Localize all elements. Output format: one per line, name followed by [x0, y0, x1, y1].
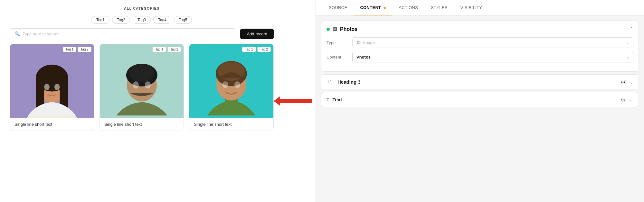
content-value: Photos — [356, 55, 371, 60]
card-1-tag1[interactable]: Tag 1 — [63, 47, 76, 52]
search-icon: 🔍 — [14, 31, 20, 36]
tabs-bar: SOURCE CONTENT ACTIONS STYLES VISIBILITY — [316, 0, 644, 15]
cards-grid: Tag 1 Tag 2 — [10, 44, 274, 131]
tag-tag2[interactable]: Tag2 — [112, 16, 130, 24]
image-icon-small: 🖼 — [356, 40, 361, 45]
photos-block: 🖼 Photos ⌃ Type 🖼 Image ⌄ Content — [321, 21, 639, 72]
text-expand-icon[interactable]: ⌄ — [630, 97, 633, 102]
panel-content: 🖼 Photos ⌃ Type 🖼 Image ⌄ Content — [316, 15, 644, 202]
heading-block-title: Heading 3 — [337, 79, 361, 85]
tab-actions[interactable]: ACTIONS — [392, 0, 424, 15]
svg-point-11 — [129, 64, 154, 82]
tag-tag5[interactable]: Tag5 — [174, 16, 192, 24]
text-block-title: Text — [333, 97, 342, 102]
search-placeholder: Type here to search — [23, 32, 60, 36]
type-select-chevron: ⌄ — [626, 41, 629, 45]
type-select[interactable]: 🖼 Image ⌄ — [352, 37, 633, 48]
tag-tag4[interactable]: Tag4 — [153, 16, 171, 24]
card-3-tag2[interactable]: Tag 2 — [257, 47, 271, 52]
right-panel: SOURCE CONTENT ACTIONS STYLES VISIBILITY… — [316, 0, 644, 202]
heading-block: H3 Heading 3 👀 ⌄ — [321, 74, 639, 89]
card-2: Tag 1 Tag 2 — [99, 44, 184, 131]
card-2-text: Single line short text — [100, 118, 184, 131]
content-label: Content — [327, 55, 352, 60]
svg-point-19 — [223, 81, 229, 88]
card-1-text: Single line short text — [10, 118, 94, 131]
tab-source[interactable]: SOURCE — [322, 0, 354, 15]
arrow-area — [283, 0, 316, 202]
tab-styles[interactable]: STYLES — [424, 0, 454, 15]
content-select[interactable]: Photos ⌄ — [352, 52, 633, 62]
photos-active-indicator — [327, 28, 330, 31]
red-arrow — [274, 90, 312, 112]
content-field-row: Content Photos ⌄ — [327, 52, 633, 62]
tag-tag1[interactable]: Tag1 — [91, 16, 109, 24]
left-panel: ALL CATEGORIES Tag1 Tag2 Tag3 Tag4 Tag5 … — [0, 0, 283, 202]
tab-visibility[interactable]: VISIBILITY — [454, 0, 488, 15]
photos-block-header: 🖼 Photos ⌃ — [327, 26, 633, 32]
svg-marker-23 — [274, 96, 280, 106]
image-icon: 🖼 — [332, 26, 337, 32]
card-1-tags: Tag 1 Tag 2 — [63, 47, 91, 52]
photos-block-title-row: 🖼 Photos — [327, 26, 357, 32]
tag-tag3[interactable]: Tag3 — [133, 16, 151, 24]
type-field-row: Type 🖼 Image ⌄ — [327, 37, 633, 48]
heading-visibility-icon[interactable]: 👀 — [621, 79, 626, 85]
svg-point-20 — [234, 81, 241, 88]
card-2-tag2[interactable]: Tag 2 — [167, 47, 181, 52]
text-badge: T — [327, 97, 329, 102]
card-3-text: Single line short text — [189, 118, 273, 131]
svg-point-12 — [133, 81, 139, 88]
content-tab-dot — [384, 7, 386, 9]
card-2-image: Tag 1 Tag 2 — [100, 44, 184, 118]
tags-row: Tag1 Tag2 Tag3 Tag4 Tag5 — [10, 16, 274, 24]
heading-expand-icon[interactable]: ⌄ — [630, 79, 633, 85]
text-visibility-icon[interactable]: 👀 — [621, 97, 626, 102]
card-1: Tag 1 Tag 2 — [10, 44, 94, 131]
search-box[interactable]: 🔍 Type here to search — [10, 28, 236, 39]
add-record-button[interactable]: Add record — [240, 29, 274, 39]
card-2-tag1[interactable]: Tag 1 — [152, 47, 166, 52]
card-1-tag2[interactable]: Tag 2 — [78, 47, 91, 52]
card-3: Tag 1 Tag 2 — [189, 44, 274, 131]
card-3-person-svg — [189, 44, 273, 118]
svg-point-6 — [44, 84, 50, 90]
type-value: Image — [363, 40, 375, 45]
card-3-tag1[interactable]: Tag 1 — [242, 47, 256, 52]
card-3-tags: Tag 1 Tag 2 — [242, 47, 271, 52]
content-select-chevron: ⌄ — [626, 55, 629, 60]
tab-content[interactable]: CONTENT — [354, 0, 392, 15]
type-label: Type — [327, 40, 352, 45]
h3-badge: H3 — [327, 80, 334, 84]
card-1-person-svg — [10, 44, 94, 118]
svg-point-13 — [145, 81, 151, 88]
card-3-image: Tag 1 Tag 2 — [189, 44, 273, 118]
card-1-image: Tag 1 Tag 2 — [10, 44, 94, 118]
text-block: T Text 👀 ⌄ — [321, 92, 639, 107]
card-2-tags: Tag 1 Tag 2 — [152, 47, 181, 52]
search-add-row: 🔍 Type here to search Add record — [10, 28, 274, 39]
categories-header: ALL CATEGORIES — [10, 6, 274, 10]
card-2-person-svg — [100, 44, 184, 118]
photos-block-title: Photos — [340, 26, 357, 32]
svg-point-7 — [54, 84, 60, 90]
photos-block-collapse-button[interactable]: ⌃ — [629, 26, 633, 32]
